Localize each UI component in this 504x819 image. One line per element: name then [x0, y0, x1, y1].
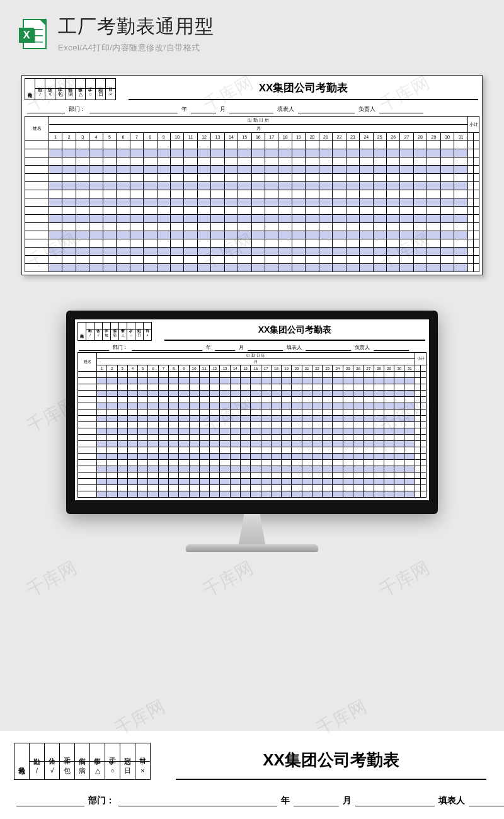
day-cell[interactable] [306, 158, 319, 166]
day-cell[interactable] [364, 428, 374, 435]
day-cell[interactable] [197, 207, 210, 215]
day-cell[interactable] [240, 378, 250, 384]
day-cell[interactable] [97, 479, 107, 485]
day-cell[interactable] [62, 149, 76, 158]
day-cell[interactable] [261, 410, 271, 416]
day-cell[interactable] [384, 491, 394, 498]
day-cell[interactable] [292, 239, 305, 248]
day-cell[interactable] [386, 149, 399, 158]
day-cell[interactable] [199, 454, 209, 460]
day-cell[interactable] [97, 460, 107, 466]
day-cell[interactable] [89, 215, 103, 223]
day-cell[interactable] [49, 264, 62, 272]
day-cell[interactable] [170, 166, 183, 174]
day-cell[interactable] [144, 215, 157, 223]
day-cell[interactable] [427, 149, 440, 158]
day-cell[interactable] [319, 158, 332, 166]
day-cell[interactable] [292, 198, 305, 207]
day-cell[interactable] [440, 174, 454, 182]
day-cell[interactable] [292, 454, 302, 460]
day-cell[interactable] [364, 435, 374, 441]
day-cell[interactable] [117, 378, 127, 384]
day-cell[interactable] [117, 207, 130, 215]
day-cell[interactable] [454, 256, 468, 264]
day-cell[interactable] [333, 207, 346, 215]
day-cell[interactable] [117, 264, 130, 272]
day-cell[interactable] [265, 198, 278, 207]
day-cell[interactable] [404, 384, 415, 391]
day-cell[interactable] [170, 264, 183, 272]
name-cell[interactable] [25, 182, 49, 190]
day-cell[interactable] [158, 466, 168, 472]
name-cell[interactable] [78, 460, 97, 466]
day-cell[interactable] [107, 378, 117, 384]
day-cell[interactable] [373, 158, 386, 166]
day-cell[interactable] [179, 441, 189, 447]
day-cell[interactable] [89, 248, 103, 256]
day-cell[interactable] [230, 384, 240, 391]
day-cell[interactable] [323, 397, 333, 403]
day-cell[interactable] [386, 223, 399, 231]
day-cell[interactable] [238, 182, 251, 190]
day-cell[interactable] [199, 378, 209, 384]
day-cell[interactable] [76, 239, 89, 248]
day-cell[interactable] [413, 215, 427, 223]
day-cell[interactable] [138, 384, 148, 391]
day-cell[interactable] [107, 472, 117, 479]
day-cell[interactable] [230, 485, 240, 491]
name-cell[interactable] [78, 441, 97, 447]
day-cell[interactable] [97, 422, 107, 428]
day-cell[interactable] [384, 397, 394, 403]
day-cell[interactable] [360, 198, 373, 207]
day-cell[interactable] [261, 441, 271, 447]
day-cell[interactable] [62, 166, 76, 174]
day-cell[interactable] [413, 174, 427, 182]
day-cell[interactable] [199, 460, 209, 466]
day-cell[interactable] [103, 158, 116, 166]
day-cell[interactable] [333, 239, 346, 248]
day-cell[interactable] [271, 416, 281, 422]
day-cell[interactable] [97, 454, 107, 460]
day-cell[interactable] [251, 239, 265, 248]
day-cell[interactable] [49, 158, 62, 166]
day-cell[interactable] [127, 391, 137, 397]
day-cell[interactable] [127, 491, 137, 498]
day-cell[interactable] [130, 190, 143, 198]
day-cell[interactable] [117, 485, 127, 491]
day-cell[interactable] [189, 410, 199, 416]
day-cell[interactable] [333, 441, 343, 447]
day-cell[interactable] [157, 182, 170, 190]
day-cell[interactable] [117, 454, 127, 460]
day-cell[interactable] [251, 215, 265, 223]
day-cell[interactable] [179, 479, 189, 485]
day-cell[interactable] [292, 223, 305, 231]
day-cell[interactable] [144, 264, 157, 272]
day-cell[interactable] [373, 215, 386, 223]
day-cell[interactable] [353, 491, 364, 498]
day-cell[interactable] [49, 198, 62, 207]
day-cell[interactable] [230, 441, 240, 447]
day-cell[interactable] [251, 447, 261, 454]
day-cell[interactable] [261, 479, 271, 485]
day-cell[interactable] [292, 403, 302, 410]
day-cell[interactable] [333, 454, 343, 460]
day-cell[interactable] [292, 166, 305, 174]
day-cell[interactable] [103, 256, 116, 264]
day-cell[interactable] [364, 454, 374, 460]
day-cell[interactable] [157, 166, 170, 174]
day-cell[interactable] [240, 460, 250, 466]
day-cell[interactable] [374, 416, 384, 422]
day-cell[interactable] [333, 215, 346, 223]
day-cell[interactable] [306, 141, 319, 149]
day-cell[interactable] [306, 174, 319, 182]
day-cell[interactable] [333, 378, 343, 384]
day-cell[interactable] [210, 447, 220, 454]
day-cell[interactable] [189, 372, 199, 378]
day-cell[interactable] [323, 454, 333, 460]
day-cell[interactable] [292, 231, 305, 239]
day-cell[interactable] [302, 447, 312, 454]
day-cell[interactable] [404, 422, 415, 428]
day-cell[interactable] [199, 428, 209, 435]
day-cell[interactable] [89, 166, 103, 174]
day-cell[interactable] [103, 248, 116, 256]
